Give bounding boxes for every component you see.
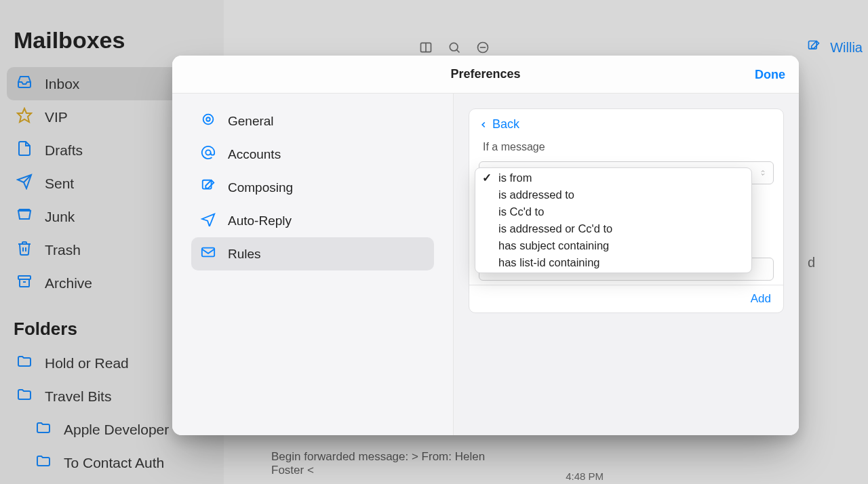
folder-icon: [16, 353, 33, 373]
search-icon[interactable]: [448, 41, 461, 57]
center-toolbar: [419, 41, 490, 57]
pref-item-label: Accounts: [228, 147, 281, 162]
rule-editor-card: Back If a message is from ✓is from is ad…: [469, 108, 784, 313]
pref-item-accounts[interactable]: Accounts: [191, 138, 434, 171]
add-button[interactable]: Add: [751, 292, 771, 305]
pref-item-rules[interactable]: Rules: [191, 237, 434, 270]
modal-title: Preferences: [450, 67, 520, 81]
check-icon: ✓: [482, 172, 492, 184]
option-label: is addressed to: [498, 188, 574, 201]
folder-icon: [35, 420, 52, 439]
preferences-content: Back If a message is from ✓is from is ad…: [454, 94, 799, 435]
sidebar-item-label: Sent: [45, 176, 74, 192]
message-time: 4:48 PM: [566, 470, 604, 482]
sidebar-item-label: Drafts: [45, 142, 83, 159]
folder-item[interactable]: [Airmail]: [7, 479, 217, 484]
junk-icon: [16, 207, 33, 226]
mailboxes-title: Mailboxes: [14, 27, 217, 54]
archive-icon: [16, 273, 33, 293]
message-preview-line: Begin forwarded message: > From: Helen: [271, 450, 485, 464]
folder-label: Hold or Read: [45, 355, 129, 371]
pref-item-label: General: [228, 114, 274, 129]
back-button[interactable]: Back: [469, 109, 783, 138]
condition-option[interactable]: has list-id containing: [475, 254, 751, 271]
svg-point-12: [203, 115, 214, 125]
file-icon: [16, 140, 33, 160]
done-button[interactable]: Done: [755, 67, 785, 81]
compose-icon[interactable]: [807, 39, 821, 56]
sidebar-item-label: VIP: [45, 109, 68, 125]
star-icon: [16, 107, 33, 127]
filter-icon[interactable]: [476, 41, 490, 57]
svg-rect-10: [18, 276, 31, 279]
option-label: is Cc'd to: [498, 205, 544, 218]
condition-option[interactable]: is addressed to: [475, 186, 751, 203]
option-label: is addressed or Cc'd to: [498, 222, 612, 235]
svg-rect-16: [202, 248, 214, 257]
option-label: has subject containing: [498, 239, 609, 252]
condition-option[interactable]: has subject containing: [475, 237, 751, 254]
sidebar-item-label: Archive: [45, 275, 92, 291]
chevron-updown-icon: [760, 169, 766, 176]
message-preview: Begin forwarded message: > From: Helen F…: [271, 450, 485, 477]
preferences-sidebar: General Accounts Composing Auto-Reply Ru…: [172, 94, 454, 435]
send-icon: [16, 174, 33, 193]
svg-line-4: [456, 49, 459, 52]
pref-item-general[interactable]: General: [191, 104, 434, 138]
inbox-icon: [16, 74, 33, 94]
rule-footer: Add: [469, 285, 783, 312]
folder-icon: [16, 386, 33, 406]
pref-item-label: Auto-Reply: [228, 214, 292, 228]
plane-icon: [201, 211, 216, 230]
condition-option[interactable]: is addressed or Cc'd to: [475, 220, 751, 237]
background-hint-char: d: [808, 255, 815, 270]
svg-point-13: [206, 117, 210, 121]
pref-item-autoreply[interactable]: Auto-Reply: [191, 204, 434, 237]
folder-label: To Contact Auth: [64, 455, 164, 471]
folder-icon: [35, 453, 52, 472]
modal-topbar: Preferences Done: [172, 56, 799, 94]
option-label: has list-id containing: [498, 256, 600, 269]
svg-marker-7: [18, 108, 31, 122]
folder-label: Travel Bits: [45, 388, 111, 405]
compose-user-label: Willia: [830, 40, 863, 56]
folder-item[interactable]: To Contact Auth: [7, 446, 217, 479]
gear-icon: [201, 112, 216, 130]
svg-point-14: [205, 150, 210, 155]
trash-icon: [16, 240, 33, 260]
back-label: Back: [492, 117, 519, 132]
panel-icon[interactable]: [419, 41, 433, 57]
condition-option[interactable]: ✓is from: [475, 169, 751, 186]
sidebar-item-label: Trash: [45, 242, 81, 258]
svg-point-3: [450, 43, 458, 51]
pref-item-composing[interactable]: Composing: [191, 171, 434, 204]
at-icon: [201, 145, 216, 163]
condition-option[interactable]: is Cc'd to: [475, 203, 751, 220]
pref-item-label: Rules: [228, 247, 261, 262]
option-label: is from: [498, 172, 532, 184]
message-preview-line: Foster <: [271, 464, 485, 477]
envelope-icon: [201, 245, 216, 263]
condition-dropdown: ✓is from is addressed to is Cc'd to is a…: [475, 167, 752, 273]
rule-heading: If a message: [469, 138, 783, 157]
folder-label: Apple Developer: [64, 422, 169, 438]
sidebar-item-label: Inbox: [45, 76, 79, 92]
preferences-modal: Preferences Done General Accounts Compos…: [172, 56, 799, 435]
sidebar-item-label: Junk: [45, 209, 75, 225]
compose-icon: [201, 178, 216, 197]
right-toolbar: Willia: [807, 39, 863, 56]
pref-item-label: Composing: [228, 180, 293, 195]
